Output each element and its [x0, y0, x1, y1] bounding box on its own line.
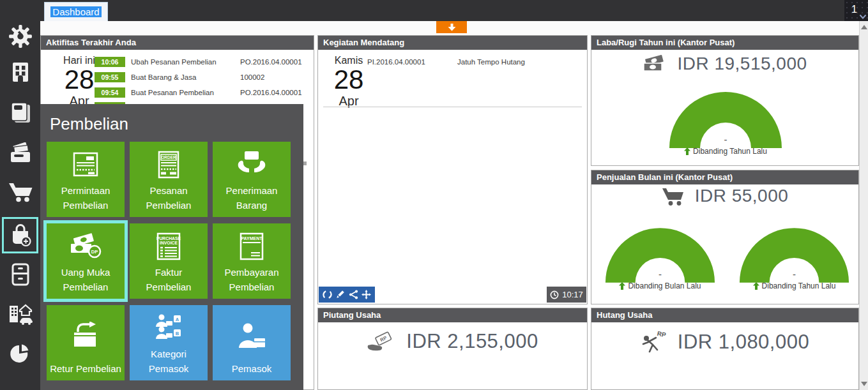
activity-time-badge: 09:54 — [95, 87, 125, 98]
receivables-amount: IDR 2,155,000 — [406, 330, 538, 353]
cart-icon — [662, 186, 685, 206]
tile-purchase-request[interactable]: Permintaan Pembelian — [47, 142, 125, 217]
gear-icon — [8, 24, 33, 49]
activity-ref[interactable]: 100002 — [240, 73, 264, 81]
svg-text:B: B — [176, 331, 179, 336]
move-icon[interactable] — [362, 290, 371, 299]
panel-payables: Hutang Usaha RP IDR 1,080,000 — [591, 308, 859, 390]
page-scrollbar[interactable] — [859, 21, 868, 390]
receive-goods-icon — [213, 142, 291, 183]
sidebar-item-settings[interactable] — [8, 24, 33, 49]
upcoming-desc[interactable]: Jatuh Tempo Hutang — [457, 58, 525, 66]
tile-supplier-category[interactable]: A B Kategori Pemasok — [130, 305, 208, 380]
sidebar-item-sales[interactable] — [8, 179, 33, 205]
upcoming-ref[interactable]: PI.2016.04.00001 — [367, 58, 425, 66]
tab-dashboard-label: Dashboard — [50, 6, 101, 17]
fixed-assets-icon — [8, 301, 33, 326]
tile-label: Pesanan Pembelian — [130, 183, 208, 213]
panel-receivables: Piutang Usaha RP IDR 2,155,000 — [317, 308, 588, 390]
tile-label: Retur Pembelian — [47, 361, 125, 376]
upcoming-date: Kamis 28 Apr — [326, 55, 372, 109]
sales-gauge-month: - Dibanding Bulan Lalu — [604, 227, 716, 290]
sidebar-item-reports[interactable] — [8, 341, 33, 366]
activity-ref[interactable]: PO.2016.04.00001 — [240, 58, 302, 66]
svg-text:A: A — [176, 317, 179, 322]
activity-action[interactable]: Ubah Pesanan Pembelian — [131, 58, 217, 66]
sidebar-item-company[interactable] — [8, 59, 33, 85]
scroll-up-arrow-icon[interactable] — [861, 25, 867, 29]
person-paying-icon: RP — [641, 330, 667, 354]
order-document-icon: ORDER — [130, 142, 208, 183]
gauge-label: Dibanding Tahun Lalu — [762, 281, 836, 290]
activity-time-badge: 10:06 — [95, 57, 125, 67]
app-window: Aktifitas Terakhir Anda Hari ini 28 Apr … — [0, 0, 868, 390]
gauge-label: Dibanding Bulan Lalu — [628, 281, 701, 290]
quick-menu-title: Pembelian — [50, 114, 128, 134]
tile-label: Pembayaran Pembelian — [213, 265, 291, 295]
sidebar-item-cash-bank[interactable] — [8, 141, 33, 167]
sales-gauge-year: - Dibanding Tahun Lalu — [738, 227, 850, 290]
reports-pie-icon — [8, 341, 33, 366]
tile-purchase-invoice[interactable]: PURCHASE INVOICE Faktur Pembelian — [130, 223, 208, 299]
widget-toolbar — [319, 287, 375, 303]
supplier-category-icon: A B — [130, 305, 208, 347]
clock-icon — [550, 290, 559, 299]
sidebar-item-fixed-assets[interactable] — [8, 301, 33, 326]
panel-sales-title: Penjualan Bulan ini (Kantor Pusat) — [591, 170, 858, 184]
tab-dashboard[interactable]: Dashboard — [44, 2, 108, 21]
edit-pencil-icon[interactable] — [335, 290, 345, 299]
panel-payables-title: Hutang Usaha — [591, 308, 858, 322]
divider — [323, 107, 582, 107]
activity-time-badge: 09:55 — [95, 72, 125, 82]
supplier-person-icon — [213, 305, 291, 361]
tile-label: Kategori Pemasok — [130, 347, 208, 377]
sidebar-item-ledger[interactable] — [8, 100, 33, 126]
up-arrow-icon — [684, 147, 690, 155]
tile-purchase-order[interactable]: ORDER Pesanan Pembelian — [130, 142, 208, 217]
activity-ref[interactable]: PO.2016.04.00001 — [240, 89, 302, 96]
activity-action[interactable]: Buat Pesanan Pembelian — [131, 89, 214, 96]
notification-count: 1 — [851, 4, 857, 15]
panel-profit-loss: Laba/Rugi Tahun ini (Kantor Pusat) IDR 1… — [591, 35, 859, 166]
last-refresh-time: 10:17 — [547, 287, 586, 303]
svg-text:PAYMENT: PAYMENT — [241, 236, 263, 241]
tile-label: Faktur Pembelian — [130, 265, 208, 295]
panel-receivables-title: Piutang Usaha — [318, 308, 587, 322]
gauge-label-row: Dibanding Bulan Lalu — [604, 281, 716, 290]
ledger-book-icon — [8, 101, 33, 125]
scrollbar-thumb[interactable] — [303, 161, 307, 165]
purchase-bag-icon — [8, 223, 33, 248]
sidebar-item-inventory[interactable] — [8, 262, 33, 287]
svg-text:DP: DP — [91, 249, 98, 255]
down-payment-money-icon: DP — [47, 223, 125, 265]
tile-purchase-return[interactable]: Retur Pembelian — [47, 305, 125, 380]
tile-goods-receipt[interactable]: Penerimaan Barang — [213, 142, 291, 217]
tile-label: Penerimaan Barang — [213, 183, 291, 213]
refresh-icon[interactable] — [323, 290, 332, 299]
panel-profit-loss-title: Laba/Rugi Tahun ini (Kantor Pusat) — [591, 36, 858, 50]
tile-label: Permintaan Pembelian — [47, 183, 125, 213]
upcoming-date-day: 28 — [326, 66, 372, 94]
gauge-label: Dibanding Tahun Lalu — [693, 147, 767, 156]
tile-purchase-down-payment[interactable]: DP Uang Muka Pembelian — [47, 223, 125, 299]
sidebar-nav — [0, 0, 40, 390]
notification-dropdown[interactable]: 1 — [844, 0, 868, 21]
request-document-icon — [47, 142, 125, 183]
tile-supplier[interactable]: Pemasok — [213, 305, 291, 380]
sales-cart-icon — [8, 181, 33, 204]
panel-sales: Penjualan Bulan ini (Kantor Pusat) IDR 5… — [591, 170, 859, 304]
scroll-down-arrow-icon[interactable] — [861, 382, 867, 386]
share-icon[interactable] — [349, 290, 358, 299]
sidebar-item-purchasing-active[interactable] — [2, 217, 38, 253]
tile-purchase-payment[interactable]: PAYMENT Pembayaran Pembelian — [213, 223, 291, 299]
gauge-label-row: Dibanding Tahun Lalu — [738, 281, 850, 290]
cash-drawer-icon — [8, 142, 33, 165]
banknotes-icon — [643, 55, 667, 73]
payables-amount: IDR 1,080,000 — [678, 331, 809, 354]
activity-action[interactable]: Buat Barang & Jasa — [131, 73, 196, 81]
up-arrow-icon — [619, 282, 625, 290]
payment-document-icon: PAYMENT — [213, 223, 291, 265]
company-building-icon — [9, 61, 32, 84]
tile-label: Uang Muka Pembelian — [47, 265, 125, 295]
collapse-menu-button[interactable] — [436, 21, 467, 33]
